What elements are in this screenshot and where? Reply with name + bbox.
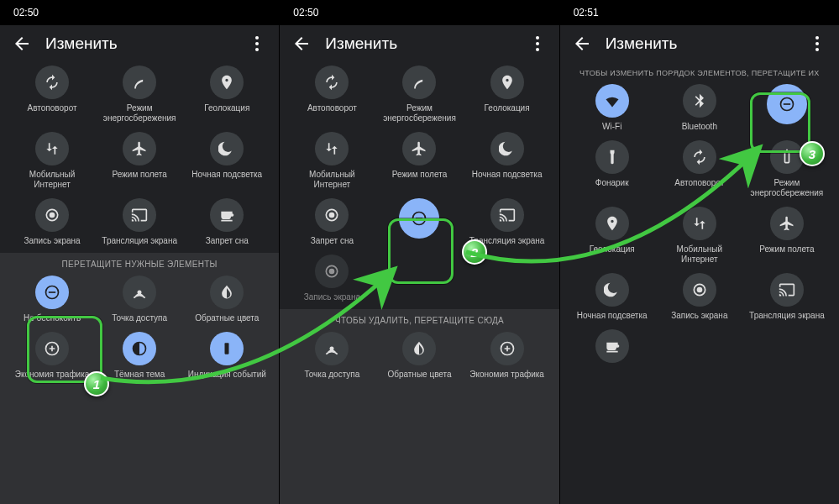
tile-mobile-data[interactable]: Мобильный Интернет xyxy=(8,132,96,190)
tile-bluetooth[interactable]: Bluetooth xyxy=(656,84,743,132)
dark-theme-icon xyxy=(123,332,156,365)
tile-airplane[interactable]: Режим полета xyxy=(375,132,463,190)
cast-icon xyxy=(770,273,804,307)
clock: 02:51 xyxy=(574,7,599,18)
tile-cast[interactable]: Трансляция экрана xyxy=(743,273,831,321)
cast-icon xyxy=(490,198,524,232)
leaf-icon xyxy=(402,66,436,99)
tile-label: Геолокация xyxy=(485,103,530,113)
tile-mobile-data[interactable]: Мобильный Интернет xyxy=(288,132,375,190)
page-title: Изменить xyxy=(606,34,794,53)
remove-panel: ЧТОБЫ УДАЛИТЬ, ПЕРЕТАЩИТЕ СЮДА Точка дос… xyxy=(280,309,558,504)
overflow-menu[interactable] xyxy=(807,34,827,54)
status-bar: 02:50 xyxy=(0,0,279,25)
dnd-icon xyxy=(767,84,807,124)
tile-cast[interactable]: Трансляция экрана xyxy=(96,198,183,246)
overflow-menu[interactable] xyxy=(247,34,267,54)
tile-battery-saver[interactable]: Режим энергосбережения xyxy=(96,66,183,123)
data-saver-icon xyxy=(490,332,524,365)
tile-battery-saver[interactable]: Режим энергосбережения xyxy=(743,140,831,198)
tile-label: Фонарик xyxy=(595,178,629,188)
moon-icon xyxy=(210,132,244,165)
flashlight-icon xyxy=(595,140,629,174)
remove-hint: ЧТОБЫ УДАЛИТЬ, ПЕРЕТАЩИТЕ СЮДА xyxy=(280,309,558,328)
tile-label: Тёмная тема xyxy=(114,370,165,380)
tile-screen-record[interactable]: Запись экрана xyxy=(8,198,96,246)
hotspot-icon xyxy=(123,276,156,309)
tile-airplane[interactable]: Режим полета xyxy=(743,207,831,265)
header: Изменить xyxy=(560,25,839,62)
back-button[interactable] xyxy=(291,34,312,54)
tile-flashlight[interactable]: Фонарик xyxy=(569,140,656,198)
tile-label: Геолокация xyxy=(204,103,249,113)
back-button[interactable] xyxy=(572,34,592,54)
bluetooth-icon xyxy=(683,84,716,118)
tile-mobile-data[interactable]: Мобильный Интернет xyxy=(656,207,743,265)
tile-dark-theme[interactable]: Тёмная тема xyxy=(96,332,183,380)
tile-location[interactable]: Геолокация xyxy=(464,66,551,123)
airplane-icon xyxy=(770,207,804,240)
tile-dnd-dropped[interactable] xyxy=(743,84,831,132)
tile-label: Ночная подсветка xyxy=(577,311,648,321)
qs-panel: Изменить Автоповорот Режим энергосбереже… xyxy=(0,25,279,504)
tile-autorotate[interactable]: Автоповорот xyxy=(656,140,743,198)
svg-point-22 xyxy=(815,36,819,39)
tile-autorotate[interactable]: Автоповорот xyxy=(8,66,96,123)
svg-point-19 xyxy=(330,270,334,274)
tile-invert[interactable]: Обратные цвета xyxy=(183,276,270,323)
back-button[interactable] xyxy=(12,34,32,54)
tile-label: Мобильный Интернет xyxy=(676,244,722,265)
hotspot-icon xyxy=(315,332,349,365)
record-icon xyxy=(683,273,716,307)
svg-point-15 xyxy=(330,213,334,218)
tile-data-saver[interactable]: Экономия трафика xyxy=(8,332,96,380)
overflow-menu[interactable] xyxy=(527,34,548,54)
reorder-hint: ЧТОБЫ ИЗМЕНИТЬ ПОРЯДОК ЭЛЕМЕНТОВ, ПЕРЕТА… xyxy=(560,62,839,81)
tile-label: Обратные цвета xyxy=(195,313,259,323)
drag-hint: ПЕРЕТАЩИТЕ НУЖНЫЕ ЭЛЕМЕНТЫ xyxy=(0,253,279,272)
tile-label: Ночная подсветка xyxy=(472,170,543,180)
autorotate-icon xyxy=(315,66,349,99)
tile-ambient[interactable]: Индикация событий xyxy=(183,332,270,380)
clock: 02:50 xyxy=(13,7,39,18)
battery-icon xyxy=(770,140,804,174)
tile-battery-saver[interactable]: Режим энергосбережения xyxy=(375,66,463,123)
tile-invert[interactable]: Обратные цвета xyxy=(375,332,463,380)
tile-caffeine[interactable] xyxy=(569,329,656,363)
tile-night-light[interactable]: Ночная подсветка xyxy=(569,273,656,321)
tile-label: Wi-Fi xyxy=(602,122,621,132)
autorotate-icon xyxy=(35,66,69,99)
tile-screen-record[interactable]: Запись экрана xyxy=(656,273,743,321)
tile-hotspot[interactable]: Точка доступа xyxy=(288,332,375,380)
tile-label: Экономия трафика xyxy=(469,370,544,380)
tile-label: Запрет сна xyxy=(311,236,354,246)
svg-point-13 xyxy=(536,48,539,51)
tile-screen-record-cut[interactable]: Запись экрана xyxy=(288,255,375,302)
tile-caffeine[interactable]: Запрет сна xyxy=(288,198,375,246)
tile-caffeine[interactable]: Запрет сна xyxy=(183,198,270,246)
tile-data-saver[interactable]: Экономия трафика xyxy=(464,332,551,380)
page-title: Изменить xyxy=(325,34,513,53)
tile-label: Режим полета xyxy=(392,170,447,180)
tile-label: Точка доступа xyxy=(112,313,167,323)
tile-cast[interactable]: Трансляция экрана xyxy=(464,198,551,246)
tile-night-light[interactable]: Ночная подсветка xyxy=(464,132,551,190)
tile-airplane[interactable]: Режим полета xyxy=(96,132,183,190)
tile-label: Не беспокоить xyxy=(24,313,81,323)
tile-location[interactable]: Геолокация xyxy=(183,66,270,123)
qs-panel: Изменить Автоповорот Режим энергосбереже… xyxy=(280,25,558,504)
svg-point-4 xyxy=(50,213,55,218)
tile-autorotate[interactable]: Автоповорот xyxy=(288,66,375,123)
tile-label: Автоповорот xyxy=(28,103,77,113)
tile-hotspot[interactable]: Точка доступа xyxy=(96,276,183,323)
svg-point-20 xyxy=(331,347,333,349)
tile-night-light[interactable]: Ночная подсветка xyxy=(183,132,270,190)
tile-label: Геолокация xyxy=(590,244,635,255)
tile-dnd-dragging[interactable] xyxy=(375,198,463,246)
tile-location[interactable]: Геолокация xyxy=(569,207,656,265)
tile-wifi[interactable]: Wi-Fi xyxy=(569,84,656,132)
tile-dnd[interactable]: Не беспокоить xyxy=(8,276,96,323)
inactive-panel: ПЕРЕТАЩИТЕ НУЖНЫЕ ЭЛЕМЕНТЫ Не беспокоить… xyxy=(0,253,279,504)
dnd-icon xyxy=(35,276,69,309)
airplane-icon xyxy=(402,132,436,165)
